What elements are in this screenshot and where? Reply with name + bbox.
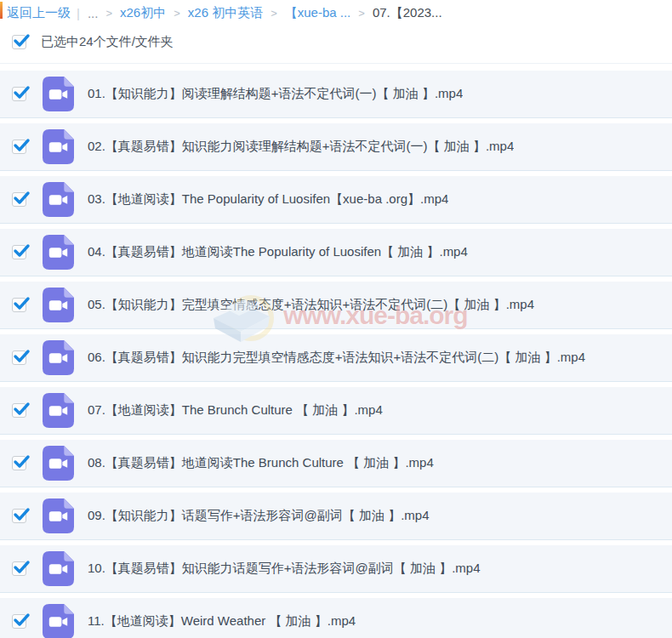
breadcrumb-item-x26-junior-english[interactable]: x26 初中英语	[188, 5, 263, 21]
table-row[interactable]: 11.【地道阅读】Weird Weather 【 加油 】.mp4	[0, 598, 672, 638]
row-checkbox[interactable]	[12, 561, 26, 576]
chevron-right-icon: >	[105, 7, 112, 20]
checkmark-icon	[12, 138, 30, 154]
select-all-checkbox[interactable]	[12, 35, 26, 49]
checkmark-icon	[12, 349, 30, 365]
video-file-icon	[43, 288, 74, 322]
row-checkbox[interactable]	[12, 350, 26, 365]
file-name[interactable]: 02.【真题易错】知识能力阅读理解结构题+语法不定代词(一)【 加油 】.mp4	[88, 139, 514, 155]
video-file-icon	[43, 604, 74, 638]
table-row[interactable]: 04.【真题易错】地道阅读The Popularity of Luosifen【…	[0, 229, 672, 276]
breadcrumb-ellipsis[interactable]: ...	[88, 6, 99, 20]
table-row[interactable]: 01.【知识能力】阅读理解结构题+语法不定代词(一)【 加油 】.mp4	[0, 71, 672, 118]
row-checkbox[interactable]	[12, 614, 26, 629]
checkmark-icon	[12, 296, 30, 312]
video-file-icon	[43, 77, 74, 111]
table-row[interactable]: 07.【地道阅读】The Brunch Culture 【 加油 】.mp4	[0, 387, 672, 435]
row-checkbox[interactable]	[12, 87, 26, 101]
video-file-icon	[43, 340, 74, 375]
file-list: 01.【知识能力】阅读理解结构题+语法不定代词(一)【 加油 】.mp4 02.…	[0, 63, 672, 638]
selection-count-label: 已选中24个文件/文件夹	[41, 34, 174, 50]
file-name[interactable]: 11.【地道阅读】Weird Weather 【 加油 】.mp4	[88, 613, 356, 629]
row-checkbox[interactable]	[12, 140, 26, 154]
row-checkbox[interactable]	[12, 456, 26, 470]
table-row[interactable]: 03.【地道阅读】The Popularity of Luosifen【xue-…	[0, 176, 672, 224]
chevron-right-icon: >	[271, 7, 277, 20]
video-file-icon	[43, 551, 74, 586]
file-name[interactable]: 07.【地道阅读】The Brunch Culture 【 加油 】.mp4	[88, 402, 383, 419]
table-row[interactable]: 09.【知识能力】话题写作+语法形容词@副词【 加油 】.mp4	[0, 493, 672, 540]
video-file-icon	[43, 446, 74, 481]
cropped-edge-artifact	[0, 2, 3, 19]
file-name[interactable]: 06.【真题易错】知识能力完型填空情感态度+语法知识+语法不定代词(二)【 加油…	[88, 350, 585, 366]
chevron-right-icon: >	[358, 7, 365, 20]
file-manager-page: { "breadcrumb": { "back_label": "返回上一级",…	[0, 0, 672, 638]
checkmark-icon	[12, 560, 30, 576]
file-name[interactable]: 08.【真题易错】地道阅读The Brunch Culture 【 加油 】.m…	[88, 455, 434, 471]
row-checkbox[interactable]	[12, 245, 26, 259]
file-name[interactable]: 01.【知识能力】阅读理解结构题+语法不定代词(一)【 加油 】.mp4	[88, 86, 463, 102]
file-name[interactable]: 03.【地道阅读】The Popularity of Luosifen【xue-…	[88, 191, 448, 208]
row-checkbox[interactable]	[12, 298, 26, 312]
breadcrumb: 返回上一级 | ... > x26初中 > x26 初中英语 > 【xue-ba…	[0, 0, 672, 21]
table-row[interactable]: 05.【知识能力】完型填空情感态度+语法知识+语法不定代词(二)【 加油 】.m…	[0, 282, 672, 329]
table-row[interactable]: 02.【真题易错】知识能力阅读理解结构题+语法不定代词(一)【 加油 】.mp4	[0, 123, 672, 171]
breadcrumb-item-xueba[interactable]: 【xue-ba ...	[285, 5, 351, 21]
file-name[interactable]: 09.【知识能力】话题写作+语法形容词@副词【 加油 】.mp4	[88, 508, 430, 524]
table-row[interactable]: 06.【真题易错】知识能力完型填空情感态度+语法知识+语法不定代词(二)【 加油…	[0, 334, 672, 382]
breadcrumb-back-link[interactable]: 返回上一级	[7, 5, 71, 21]
row-checkbox[interactable]	[12, 403, 26, 418]
video-file-icon	[43, 235, 74, 270]
breadcrumb-current-folder: 07.【2023...	[373, 5, 442, 21]
file-name[interactable]: 05.【知识能力】完型填空情感态度+语法知识+语法不定代词(二)【 加油 】.m…	[88, 297, 534, 313]
video-file-icon	[43, 182, 74, 217]
checkmark-icon	[12, 85, 30, 101]
table-row[interactable]: 08.【真题易错】地道阅读The Brunch Culture 【 加油 】.m…	[0, 440, 672, 487]
checkmark-icon	[12, 507, 30, 523]
file-name[interactable]: 10.【真题易错】知识能力话题写作+语法形容词@副词【 加油 】.mp4	[88, 561, 481, 577]
breadcrumb-item-x26-junior[interactable]: x26初中	[120, 5, 166, 21]
checkmark-icon	[12, 33, 30, 49]
row-checkbox[interactable]	[12, 192, 26, 207]
checkmark-icon	[12, 191, 30, 207]
selection-bar: 已选中24个文件/文件夹	[12, 33, 672, 50]
video-file-icon	[43, 129, 74, 164]
checkmark-icon	[12, 454, 30, 470]
video-file-icon	[43, 498, 74, 533]
breadcrumb-pipe-divider: |	[77, 6, 80, 20]
file-name[interactable]: 04.【真题易错】地道阅读The Popularity of Luosifen【…	[88, 244, 468, 260]
checkmark-icon	[12, 243, 30, 259]
chevron-right-icon: >	[174, 7, 180, 20]
table-row[interactable]: 10.【真题易错】知识能力话题写作+语法形容词@副词【 加油 】.mp4	[0, 545, 672, 593]
video-file-icon	[43, 393, 74, 428]
row-checkbox[interactable]	[12, 509, 26, 523]
checkmark-icon	[12, 402, 30, 418]
checkmark-icon	[12, 612, 30, 629]
